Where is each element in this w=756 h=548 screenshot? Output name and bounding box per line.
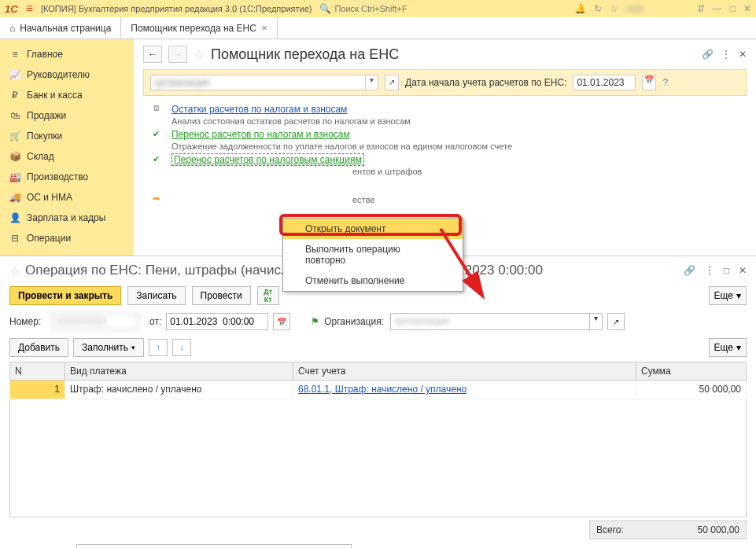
- step2-link[interactable]: Перенос расчетов по налогам и взносам: [171, 129, 350, 140]
- ctx-open-document[interactable]: Открыть документ: [283, 219, 463, 239]
- move-up-button[interactable]: ↑: [149, 339, 168, 356]
- sidebar-item-sales[interactable]: 🛍Продажи: [0, 105, 134, 126]
- chevron-down-icon[interactable]: ▾: [365, 75, 378, 90]
- number-input[interactable]: [52, 313, 138, 330]
- nav-back-button[interactable]: ←: [143, 46, 162, 63]
- step1-link[interactable]: Остатки расчетов по налогам и взносам: [171, 104, 347, 115]
- user-name[interactable]: user: [626, 3, 689, 14]
- close-icon[interactable]: ✕: [739, 265, 747, 276]
- chevron-down-icon: ▾: [131, 344, 135, 351]
- sidebar-item-operations[interactable]: ⊟Операции: [0, 228, 134, 248]
- cell-sum[interactable]: 50 000,00: [636, 381, 747, 399]
- view-mode-icon[interactable]: ⇵: [697, 3, 705, 14]
- tab-assistant[interactable]: Помощник перехода на ЕНС ✕: [121, 17, 278, 39]
- app-title: [КОПИЯ] Бухгалтерия предприятия редакция…: [41, 4, 312, 13]
- chevron-down-icon: ▾: [736, 290, 741, 301]
- sidebar-item-hr[interactable]: 👤Зарплата и кадры: [0, 208, 134, 228]
- table-row[interactable]: 1 Штраф: начислено / уплачено 68.01.1, Ш…: [10, 381, 747, 399]
- context-menu: Открыть документ Выполнить операцию повт…: [282, 218, 463, 292]
- col-n[interactable]: N: [10, 362, 65, 381]
- date-label: Дата начала учета расчетов по ЕНС:: [405, 77, 566, 88]
- from-label: от:: [149, 316, 161, 327]
- date-input[interactable]: 01.01.2023: [573, 75, 636, 90]
- cell-type[interactable]: Штраф: начислено / уплачено: [65, 381, 293, 399]
- sidebar-item-warehouse[interactable]: 📦Склад: [0, 146, 134, 167]
- step1-desc: Анализ состояния остатков расчетов по на…: [171, 116, 747, 126]
- more-menu-icon[interactable]: ⋮: [705, 265, 714, 276]
- box-icon: 📦: [9, 151, 20, 162]
- tab-label: Помощник перехода на ЕНС: [131, 23, 256, 34]
- totals-label: Всего:: [596, 524, 624, 535]
- open-external-icon[interactable]: ↗: [385, 75, 399, 90]
- main-menu-icon[interactable]: ≡: [26, 2, 33, 16]
- col-sum[interactable]: Сумма: [636, 362, 747, 381]
- arrow-right-icon: ➡: [153, 193, 164, 204]
- close-icon[interactable]: ✕: [743, 3, 751, 14]
- favorite-icon[interactable]: ☆: [194, 47, 205, 62]
- step3-link[interactable]: Перенос расчетов по налоговым санкциям: [171, 153, 364, 166]
- move-down-button[interactable]: ↓: [172, 339, 191, 356]
- dt-kt-button[interactable]: ДтКт: [257, 286, 279, 305]
- sidebar-item-purchases[interactable]: 🛒Покупки: [0, 126, 134, 146]
- comment-input[interactable]: [76, 544, 352, 548]
- steps-list: 🗎 Остатки расчетов по налогам и взносам …: [143, 104, 747, 204]
- totals-row: Всего: 50 000,00: [9, 520, 747, 539]
- list-icon: ≡: [9, 49, 20, 60]
- date-input[interactable]: [166, 313, 268, 330]
- maximize-icon[interactable]: □: [730, 3, 736, 14]
- org-select[interactable]: организация ▾: [390, 313, 603, 330]
- global-search[interactable]: 🔍: [319, 3, 429, 14]
- add-button[interactable]: Добавить: [9, 338, 68, 357]
- sidebar-item-manager[interactable]: 📈Руководителю: [0, 64, 134, 85]
- flag-icon[interactable]: ⚑: [311, 316, 319, 327]
- post-and-close-button[interactable]: Провести и закрыть: [9, 286, 121, 305]
- sidebar-item-bank[interactable]: ₽Банк и касса: [0, 85, 134, 105]
- nav-forward-button[interactable]: →: [168, 46, 187, 63]
- fill-button[interactable]: Заполнить ▾: [73, 338, 144, 357]
- logo-1c: 1C: [5, 3, 18, 15]
- post-button[interactable]: Провести: [192, 286, 251, 305]
- link-icon[interactable]: 🔗: [702, 49, 714, 60]
- step4-desc: естве: [171, 195, 747, 204]
- bell-icon[interactable]: 🔔: [574, 3, 586, 14]
- more-button[interactable]: Еще▾: [709, 338, 747, 357]
- entries-table[interactable]: N Вид платежа Счет учета Сумма 1 Штраф: …: [9, 362, 747, 517]
- chevron-down-icon[interactable]: ▾: [589, 314, 602, 329]
- open-external-icon[interactable]: ↗: [607, 313, 625, 330]
- tab-close-icon[interactable]: ✕: [261, 24, 267, 32]
- history-icon[interactable]: ↻: [594, 3, 602, 14]
- more-menu-icon[interactable]: ⋮: [721, 49, 731, 60]
- tab-bar: ⌂ Начальная страница Помощник перехода н…: [0, 17, 756, 39]
- col-account[interactable]: Счет учета: [293, 362, 636, 381]
- account-link[interactable]: 68.01.1, Штраф: начислено / уплачено: [298, 384, 467, 395]
- window-icon[interactable]: □: [724, 265, 729, 276]
- cell-account[interactable]: 68.01.1, Штраф: начислено / уплачено: [293, 381, 636, 399]
- more-button[interactable]: Еще▾: [709, 286, 747, 305]
- close-icon[interactable]: ✕: [739, 49, 747, 60]
- col-type[interactable]: Вид платежа: [65, 362, 293, 381]
- calendar-icon[interactable]: 📅: [273, 313, 290, 330]
- document-form: ☆ Операция по ЕНС: Пени, штрафы (начисле…: [0, 256, 756, 548]
- document-icon: 🗎: [153, 104, 164, 126]
- minimize-icon[interactable]: —: [713, 3, 722, 14]
- sidebar-item-assets[interactable]: 🚚ОС и НМА: [0, 187, 134, 208]
- org-select[interactable]: организация ▾: [150, 75, 378, 90]
- step2-desc: Отражение задолженности по уплате налого…: [171, 142, 747, 151]
- sidebar-item-main[interactable]: ≡Главное: [0, 44, 134, 64]
- star-icon[interactable]: ☆: [610, 3, 618, 14]
- calendar-icon[interactable]: 📅: [642, 75, 656, 90]
- sidebar-item-production[interactable]: 🏭Производство: [0, 167, 134, 187]
- home-icon: ⌂: [9, 23, 15, 34]
- ctx-cancel-operation[interactable]: Отменить выполнение: [283, 270, 463, 291]
- tab-home[interactable]: ⌂ Начальная страница: [0, 17, 121, 39]
- favorite-icon[interactable]: ☆: [9, 263, 20, 278]
- page-title: Помощник перехода на ЕНС: [211, 46, 399, 63]
- grid-icon: ⊟: [9, 233, 20, 244]
- search-input[interactable]: [334, 4, 429, 13]
- cell-n[interactable]: 1: [10, 381, 65, 399]
- ctx-repeat-operation[interactable]: Выполнить операцию повторно: [283, 239, 463, 270]
- link-icon[interactable]: 🔗: [684, 265, 695, 276]
- save-button[interactable]: Записать: [127, 286, 185, 305]
- app-topbar: 1C ≡ [КОПИЯ] Бухгалтерия предприятия ред…: [0, 0, 756, 17]
- help-icon[interactable]: ?: [662, 77, 668, 88]
